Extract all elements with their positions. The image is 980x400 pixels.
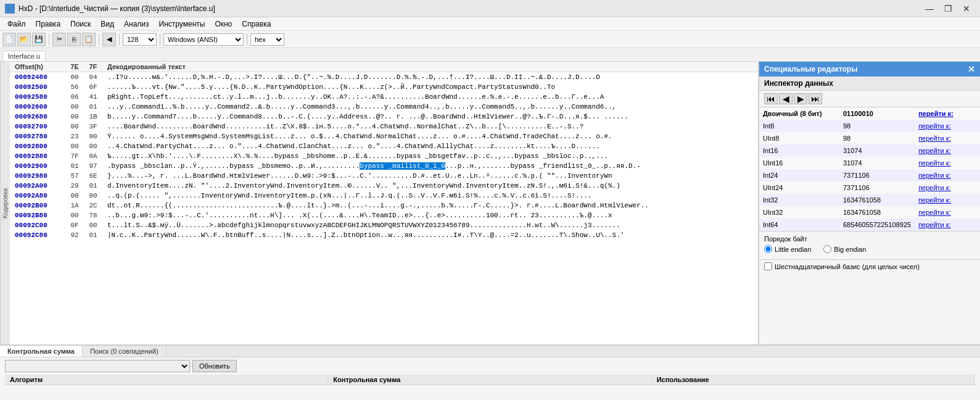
separator-2 bbox=[99, 34, 99, 45]
table-row[interactable]: 00092700003F....BoardWnd.........BoardWn… bbox=[10, 122, 758, 131]
hex-header: Offset(h) 7E 7F Декодированный текст bbox=[10, 62, 758, 72]
nav-last[interactable]: ⏭ bbox=[809, 93, 822, 104]
table-row[interactable]: 000928000000..4.ChatWnd.PartyChat....z..… bbox=[10, 141, 758, 151]
hex-basis-checkbox[interactable] bbox=[764, 262, 772, 270]
table-row[interactable]: 00092980576E}....%...->, г. ...L.BoardWn… bbox=[10, 171, 758, 181]
little-endian-radio[interactable] bbox=[764, 245, 772, 253]
inspector-goto-link[interactable]: перейти к: bbox=[915, 157, 980, 169]
hex-byte2: 1B bbox=[84, 112, 102, 122]
inspector-value: 31074 bbox=[839, 157, 915, 169]
hex-decoded: }....%...->, г. ...L.BoardWnd.HtmlViewer… bbox=[102, 171, 758, 181]
inspector-type: Int24 bbox=[759, 169, 839, 181]
inspector-type: UInt32 bbox=[759, 206, 839, 219]
decoded-header: Декодированный текст bbox=[102, 63, 758, 70]
menu-bar: Файл Правка Поиск Вид Анализ Инструменты… bbox=[0, 17, 980, 31]
inspector-value: 98 bbox=[839, 120, 915, 132]
inspector-goto-link[interactable]: перейти к: bbox=[915, 107, 980, 120]
toolbar-copy[interactable]: ⎘ bbox=[67, 33, 81, 46]
hex-byte2: 6E bbox=[84, 171, 102, 181]
inspector-goto-link[interactable]: перейти к: bbox=[915, 194, 980, 206]
hex-basis-option[interactable]: Шестнадцатиричный базис (для целых чисел… bbox=[764, 262, 975, 270]
b1-header: 7E bbox=[65, 63, 84, 70]
inspector-type: UInt16 bbox=[759, 157, 839, 169]
inspector-value: 31074 bbox=[839, 144, 915, 157]
inspector-value: 7371106 bbox=[839, 169, 915, 181]
hex-byte2: 00 bbox=[84, 141, 102, 151]
right-panel-title-bar: Специальные редакторы ✕ bbox=[759, 62, 980, 77]
hex-address: 00092C00 bbox=[10, 220, 65, 230]
hex-decoded: t...lt.S..&$.мÿ..Ü.......>.abcdefghijklm… bbox=[102, 220, 758, 230]
menu-search[interactable]: Поиск bbox=[65, 19, 96, 30]
hex-address: 00092B80 bbox=[10, 210, 65, 220]
inspector-goto-link[interactable]: перейти к: bbox=[915, 219, 980, 231]
table-row[interactable]: 00092C000F00t...lt.S..&$.мÿ..Ü.......>.a… bbox=[10, 220, 758, 230]
encoding-select[interactable]: Windows (ANSI) bbox=[163, 33, 244, 46]
nav-prev[interactable]: ◀ bbox=[779, 93, 793, 104]
tab-checksum[interactable]: Контрольная сумма bbox=[0, 346, 83, 357]
display-select[interactable]: hex bbox=[250, 33, 284, 46]
table-row[interactable]: 00092A002901d.InventoryItem....zN. "'...… bbox=[10, 181, 758, 191]
table-row[interactable]: 000925800641pRight..TopLeft...,.......ct… bbox=[10, 92, 758, 102]
hex-byte1: 00 bbox=[65, 112, 84, 122]
table-row[interactable]: 00092B001A2Cdt..ot.R......{(............… bbox=[10, 201, 758, 210]
little-endian-option[interactable]: Little endian bbox=[764, 245, 811, 253]
file-tab[interactable]: Interface.u bbox=[2, 51, 46, 61]
table-row[interactable]: 000927802300Ÿ...... о....4.SystemMsgWnd.… bbox=[10, 131, 758, 141]
table-row[interactable]: 00092500566F......Ъ....vt.{Nw."....5.y..… bbox=[10, 82, 758, 92]
size-select[interactable]: 128 bbox=[123, 33, 157, 46]
update-button[interactable]: Обновить bbox=[192, 360, 237, 372]
menu-analysis[interactable]: Анализ bbox=[119, 19, 154, 30]
inspector-value: 685460557225108925 bbox=[839, 219, 915, 231]
tab-search[interactable]: Поиск (0 совпадений) bbox=[83, 346, 167, 357]
inspector-goto-link[interactable]: перейти к: bbox=[915, 169, 980, 181]
bottom-content: Обновить Алгоритм Контрольная сумма Испо… bbox=[0, 357, 980, 400]
separator-4 bbox=[160, 34, 160, 45]
toolbar-open[interactable]: 📂 bbox=[17, 33, 31, 46]
table-row[interactable]: 000928807F0AЪ.....gt..X\hb.'....\.F.....… bbox=[10, 151, 758, 161]
restore-button[interactable]: ❐ bbox=[939, 2, 957, 15]
hex-content[interactable]: 000924800004..I?u......м&.'......D,%.H.-… bbox=[10, 72, 758, 344]
hex-byte2: 04 bbox=[84, 72, 102, 82]
hex-byte1: 1A bbox=[65, 201, 84, 210]
inspector-goto-link[interactable]: перейти к: bbox=[915, 132, 980, 144]
inspector-type: Int16 bbox=[759, 144, 839, 157]
inspector-goto-link[interactable]: перейти к: bbox=[915, 144, 980, 157]
hex-byte1: 56 bbox=[65, 82, 84, 92]
inspector-goto-link[interactable]: перейти к: bbox=[915, 181, 980, 194]
hex-byte2: 01 bbox=[84, 102, 102, 112]
menu-edit[interactable]: Правка bbox=[31, 19, 66, 30]
minimize-button[interactable]: — bbox=[921, 2, 938, 15]
toolbar-paste[interactable]: 📋 bbox=[82, 33, 96, 46]
inspector-goto-link[interactable]: перейти к: bbox=[915, 206, 980, 219]
table-row[interactable]: 000924800004..I?u......м&.'......D,%.H.-… bbox=[10, 72, 758, 82]
menu-help[interactable]: Справка bbox=[237, 19, 276, 30]
bottom-input-row: Обновить bbox=[5, 360, 975, 372]
table-row[interactable]: 000929000197.bypass _bbsclan..p..Ÿ.,....… bbox=[10, 161, 758, 171]
inspector-type: UInt24 bbox=[759, 181, 839, 194]
checksum-select[interactable] bbox=[5, 360, 190, 372]
right-panel-close-btn[interactable]: ✕ bbox=[968, 64, 975, 74]
nav-next[interactable]: ▶ bbox=[794, 93, 807, 104]
big-endian-radio[interactable] bbox=[823, 245, 831, 253]
big-endian-option[interactable]: Big endian bbox=[823, 245, 866, 253]
inspector-type: Int32 bbox=[759, 194, 839, 206]
toolbar-new[interactable]: 📄 bbox=[2, 33, 16, 46]
table-row[interactable]: 00092B800078..b...g.м9:.>9:$...-..C.'...… bbox=[10, 210, 758, 220]
hex-decoded: pRight..TopLeft...,.......ct..y.l..m...j… bbox=[102, 92, 758, 102]
menu-file[interactable]: Файл bbox=[2, 19, 31, 30]
inspector-goto-link[interactable]: перейти к: bbox=[915, 120, 980, 132]
menu-tools[interactable]: Инструменты bbox=[154, 19, 210, 30]
nav-first[interactable]: ⏮ bbox=[764, 93, 778, 104]
hex-decoded: |N.c..K..PartyWnd......W\.F..btnBuff..s.… bbox=[102, 230, 758, 240]
table-row[interactable]: 00092C809201|N.c..K..PartyWnd......W\.F.… bbox=[10, 230, 758, 240]
toolbar-back[interactable]: ◀ bbox=[102, 33, 116, 46]
close-button[interactable]: ✕ bbox=[958, 2, 975, 15]
window-controls: — ❐ ✕ bbox=[921, 2, 975, 15]
table-row[interactable]: 000926000001...y..Command1..%.b.....y..C… bbox=[10, 102, 758, 112]
menu-window[interactable]: Окно bbox=[210, 19, 237, 30]
toolbar-cut[interactable]: ✂ bbox=[52, 33, 66, 46]
toolbar-save[interactable]: 💾 bbox=[32, 33, 46, 46]
table-row[interactable]: 00092680001Bb.....y..Command7....b.....y… bbox=[10, 112, 758, 122]
menu-view[interactable]: Вид bbox=[96, 19, 119, 30]
table-row[interactable]: 00092A800000..q.(p.(..... ",.......Inven… bbox=[10, 191, 758, 201]
